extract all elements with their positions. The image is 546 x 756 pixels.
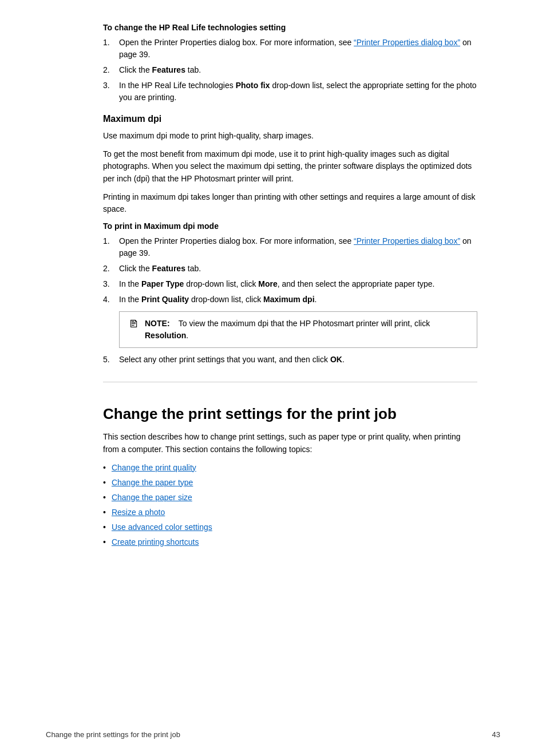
ok-bold: OK: [330, 355, 342, 364]
note-icon: 🖹: [129, 318, 139, 330]
max-step-1-text: Open the Printer Properties dialog box. …: [119, 235, 477, 259]
topic-item-5: Use advanced color settings: [103, 521, 477, 533]
printing-shortcuts-link[interactable]: Create printing shortcuts: [112, 536, 199, 548]
max-step-3-text: In the Paper Type drop-down list, click …: [119, 278, 477, 290]
rl-step-1: 1. Open the Printer Properties dialog bo…: [103, 37, 477, 61]
max-dpi-subheading: Maximum dpi: [103, 114, 477, 124]
printer-props-link-2[interactable]: “Printer Properties dialog box”: [354, 236, 460, 246]
step-1-text: Open the Printer Properties dialog box. …: [119, 37, 477, 61]
max-dpi-para2: To get the most benefit from maximum dpi…: [103, 148, 477, 185]
print-quality-bold: Print Quality: [141, 295, 189, 304]
maximum-dpi-bold: Maximum dpi: [263, 295, 314, 304]
rl-step-2: 2. Click the Features tab.: [103, 64, 477, 76]
topic-item-2: Change the paper type: [103, 477, 477, 489]
step5-list: 5. Select any other print settings that …: [103, 354, 477, 366]
max-step-5-text: Select any other print settings that you…: [119, 354, 477, 366]
features-bold-2: Features: [152, 264, 185, 273]
step-num-3: 3.: [103, 80, 119, 104]
note-box: 🖹 NOTE: To view the maximum dpi that the…: [119, 311, 477, 348]
max-step-1: 1. Open the Printer Properties dialog bo…: [103, 235, 477, 259]
more-bold: More: [258, 279, 277, 288]
features-bold-1: Features: [152, 65, 185, 74]
max-step-4-text: In the Print Quality drop-down list, cli…: [119, 294, 477, 306]
max-step-2: 2. Click the Features tab.: [103, 263, 477, 275]
max-step-3: 3. In the Paper Type drop-down list, cli…: [103, 278, 477, 290]
resize-photo-link[interactable]: Resize a photo: [112, 506, 165, 518]
print-max-dpi-heading: To print in Maximum dpi mode: [103, 221, 477, 231]
note-label: NOTE:: [145, 319, 170, 328]
footer-right: 43: [492, 730, 500, 739]
topic-item-6: Create printing shortcuts: [103, 536, 477, 548]
max-step-num-3: 3.: [103, 278, 119, 290]
page-footer: Change the print settings for the print …: [0, 730, 546, 739]
rl-steps: 1. Open the Printer Properties dialog bo…: [103, 37, 477, 104]
change-paper-size-link[interactable]: Change the paper size: [112, 492, 192, 504]
step-3-text: In the HP Real Life technologies Photo f…: [119, 80, 477, 104]
topic-item-4: Resize a photo: [103, 506, 477, 518]
change-paper-type-link[interactable]: Change the paper type: [112, 477, 193, 489]
photo-fix-bold: Photo fix: [236, 81, 270, 90]
max-step-2-text: Click the Features tab.: [119, 263, 477, 275]
max-step-5: 5. Select any other print settings that …: [103, 354, 477, 366]
max-dpi-steps: 1. Open the Printer Properties dialog bo…: [103, 235, 477, 306]
max-step-4: 4. In the Print Quality drop-down list, …: [103, 294, 477, 306]
step-num-2: 2.: [103, 64, 119, 76]
topics-list: Change the print quality Change the pape…: [103, 462, 477, 548]
rl-step-3: 3. In the HP Real Life technologies Phot…: [103, 80, 477, 104]
note-text: NOTE: To view the maximum dpi that the H…: [145, 318, 468, 342]
max-step-num-4: 4.: [103, 294, 119, 306]
advanced-color-link[interactable]: Use advanced color settings: [112, 521, 212, 533]
printer-props-link-1[interactable]: “Printer Properties dialog box”: [354, 38, 460, 47]
max-dpi-para1: Use maximum dpi mode to print high-quali…: [103, 130, 477, 143]
change-print-quality-link[interactable]: Change the print quality: [112, 462, 196, 474]
page: To change the HP Real Life technologies …: [0, 0, 546, 756]
max-step-num-1: 1.: [103, 235, 119, 259]
max-step-num-2: 2.: [103, 263, 119, 275]
topic-item-3: Change the paper size: [103, 492, 477, 504]
content-area: To change the HP Real Life technologies …: [103, 23, 477, 548]
step-2-text: Click the Features tab.: [119, 64, 477, 76]
footer-left: Change the print settings for the print …: [46, 730, 180, 739]
topic-item-1: Change the print quality: [103, 462, 477, 474]
main-section-heading: Change the print settings for the print …: [103, 394, 477, 423]
main-section-intro: This section describes how to change pri…: [103, 431, 477, 456]
resolution-bold: Resolution: [145, 331, 186, 340]
step-num-1: 1.: [103, 37, 119, 61]
max-step-num-5: 5.: [103, 354, 119, 366]
paper-type-bold: Paper Type: [141, 279, 184, 288]
max-dpi-para3: Printing in maximum dpi takes longer tha…: [103, 191, 477, 216]
rl-heading: To change the HP Real Life technologies …: [103, 23, 477, 32]
section-divider: [103, 382, 477, 382]
